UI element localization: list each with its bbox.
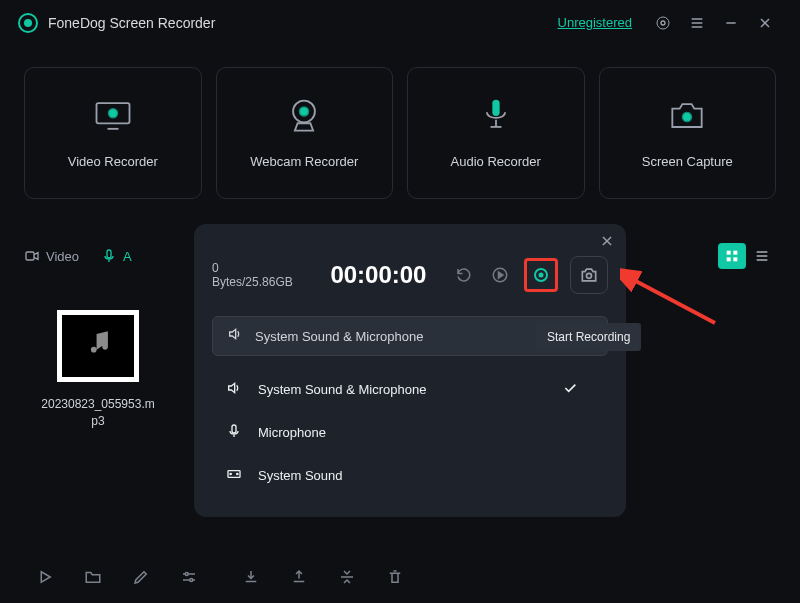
list-view-button[interactable] (748, 243, 776, 269)
svg-rect-21 (733, 251, 737, 255)
svg-rect-31 (232, 425, 236, 433)
app-window: FoneDog Screen Recorder Unregistered Vid… (0, 0, 800, 603)
app-title: FoneDog Screen Recorder (48, 15, 215, 31)
check-icon (562, 380, 594, 399)
start-recording-tooltip: Start Recording (536, 323, 641, 351)
system-sound-icon (226, 466, 258, 485)
svg-point-40 (190, 579, 193, 582)
dropdown-option-label: System Sound & Microphone (258, 382, 426, 397)
speaker-icon (226, 380, 258, 399)
snapshot-button[interactable] (570, 256, 608, 294)
rewind-button[interactable] (450, 261, 478, 289)
svg-point-0 (661, 21, 665, 25)
music-file-icon (81, 327, 115, 365)
mode-row: Video Recorder Webcam Recorder Audio Rec… (0, 45, 800, 221)
panel-close-button[interactable] (600, 234, 616, 250)
start-recording-button[interactable] (524, 258, 558, 292)
tab-audio[interactable]: A (101, 248, 132, 264)
app-logo-icon (18, 13, 38, 33)
minimize-button[interactable] (723, 15, 739, 31)
tab-video[interactable]: Video (24, 248, 79, 264)
view-toggle (718, 243, 776, 269)
tab-label: Video (46, 249, 79, 264)
svg-point-30 (587, 273, 592, 278)
svg-line-36 (630, 278, 715, 323)
header: FoneDog Screen Recorder Unregistered (0, 0, 800, 45)
delete-tool[interactable] (384, 566, 406, 588)
folder-tool[interactable] (82, 566, 104, 588)
svg-point-12 (300, 106, 309, 115)
dropdown-option-label: Microphone (258, 425, 326, 440)
mode-screen-capture[interactable]: Screen Capture (599, 67, 777, 199)
compress-tool[interactable] (336, 566, 358, 588)
svg-rect-18 (107, 250, 111, 258)
audio-source-label: System Sound & Microphone (255, 329, 423, 344)
dropdown-option-label: System Sound (258, 468, 343, 483)
edit-tool[interactable] (130, 566, 152, 588)
panel-status-row: 0 Bytes/25.86GB 00:00:00 (212, 256, 608, 294)
webcam-icon (282, 98, 326, 134)
svg-point-10 (108, 108, 117, 117)
mode-webcam-recorder[interactable]: Webcam Recorder (216, 67, 394, 199)
svg-point-39 (185, 573, 188, 576)
mode-label: Screen Capture (642, 154, 733, 169)
svg-point-1 (657, 17, 669, 29)
svg-point-16 (683, 112, 692, 121)
mode-label: Video Recorder (68, 154, 158, 169)
settings-icon[interactable] (655, 15, 671, 31)
camera-icon (665, 98, 709, 134)
annotation-arrow (620, 268, 720, 328)
mode-label: Webcam Recorder (250, 154, 358, 169)
svg-rect-13 (492, 99, 499, 115)
play-tool[interactable] (34, 566, 56, 588)
svg-rect-23 (733, 257, 737, 261)
export-tool[interactable] (288, 566, 310, 588)
svg-point-34 (230, 473, 231, 474)
dropdown-option-system[interactable]: System Sound (212, 454, 608, 497)
settings-tool[interactable] (178, 566, 200, 588)
dropdown-option-both[interactable]: System Sound & Microphone (212, 368, 608, 411)
menu-icon[interactable] (689, 15, 705, 31)
svg-rect-17 (26, 252, 34, 260)
close-button[interactable] (757, 15, 773, 31)
svg-rect-22 (727, 257, 731, 261)
speaker-icon (227, 326, 243, 346)
microphone-icon (474, 98, 518, 134)
recording-panel: 0 Bytes/25.86GB 00:00:00 System Sound & … (194, 224, 626, 517)
record-icon (534, 268, 548, 282)
mode-label: Audio Recorder (451, 154, 541, 169)
svg-rect-20 (727, 251, 731, 255)
dropdown-option-mic[interactable]: Microphone (212, 411, 608, 454)
play-button[interactable] (486, 261, 514, 289)
microphone-icon (226, 423, 258, 442)
svg-point-35 (237, 473, 238, 474)
disk-usage: 0 Bytes/25.86GB (212, 261, 302, 289)
grid-view-button[interactable] (718, 243, 746, 269)
gallery-item[interactable]: 20230823_055953.mp3 (38, 310, 158, 430)
audio-source-dropdown: System Sound & Microphone Microphone Sys… (212, 362, 608, 503)
mode-audio-recorder[interactable]: Audio Recorder (407, 67, 585, 199)
bottom-toolbar (0, 551, 800, 603)
register-link[interactable]: Unregistered (558, 15, 632, 30)
import-tool[interactable] (240, 566, 262, 588)
mode-video-recorder[interactable]: Video Recorder (24, 67, 202, 199)
gallery-item-name: 20230823_055953.mp3 (38, 396, 158, 430)
tab-label: A (123, 249, 132, 264)
monitor-record-icon (91, 98, 135, 134)
timer-display: 00:00:00 (330, 261, 426, 289)
